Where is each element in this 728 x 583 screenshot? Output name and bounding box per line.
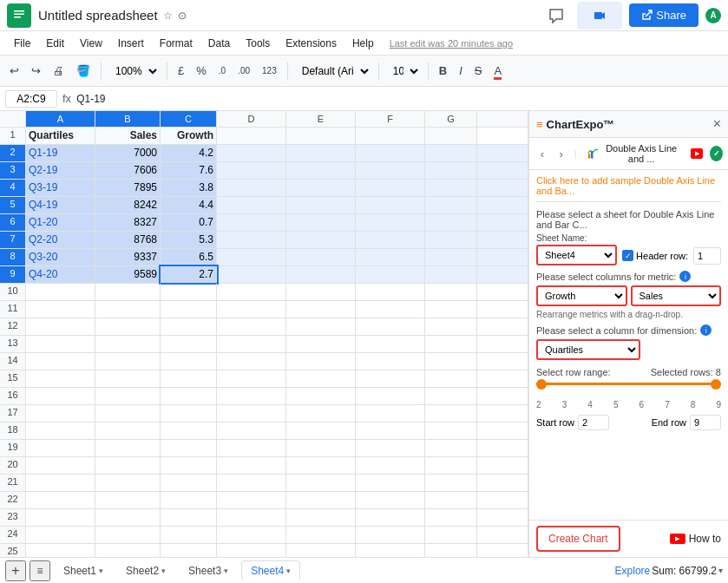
table-row[interactable]: 2Q1-1970004.2 [0, 145, 528, 162]
cell[interactable] [356, 475, 425, 491]
table-row[interactable]: 6Q1-2083270.7 [0, 214, 528, 232]
cell[interactable] [356, 440, 425, 456]
cell[interactable] [26, 405, 95, 422]
chart-type-btn[interactable]: Double Axis Line and ... [582, 141, 687, 166]
cell[interactable]: Q4-19 [26, 197, 95, 213]
cell[interactable] [217, 214, 286, 231]
cell[interactable] [425, 388, 477, 404]
table-row[interactable]: 3Q2-1976067.6 [0, 162, 528, 180]
cell[interactable] [217, 266, 286, 283]
cell[interactable]: Sales [95, 128, 161, 144]
cell[interactable] [425, 214, 477, 231]
menu-insert[interactable]: Insert [111, 35, 151, 52]
table-row[interactable]: 9Q4-2095892.7 [0, 266, 528, 284]
cell[interactable] [161, 509, 217, 526]
cell[interactable] [286, 232, 356, 248]
cell[interactable]: 8327 [95, 214, 161, 231]
format123-btn[interactable]: 123 [258, 63, 281, 78]
cell[interactable]: 2.7 [161, 266, 217, 283]
cell[interactable]: 7606 [95, 162, 161, 179]
cell[interactable] [161, 440, 217, 456]
cell[interactable] [161, 301, 217, 318]
cell[interactable]: 8242 [95, 197, 161, 213]
cell[interactable] [356, 128, 425, 144]
table-row[interactable]: 22 [0, 492, 528, 509]
cell[interactable] [217, 475, 286, 491]
cell[interactable] [286, 336, 356, 352]
cell[interactable] [217, 457, 286, 474]
cell[interactable] [425, 301, 477, 318]
cell[interactable] [161, 475, 217, 491]
add-sheet-btn[interactable]: + [5, 560, 26, 581]
cell[interactable] [95, 423, 161, 439]
table-row[interactable]: 20 [0, 457, 528, 475]
cell[interactable] [356, 370, 425, 387]
cell[interactable] [425, 353, 477, 370]
cell[interactable] [286, 457, 356, 474]
cell[interactable] [286, 266, 356, 283]
cell[interactable]: Q1-19 [26, 145, 95, 161]
cell[interactable]: 7.6 [161, 162, 217, 179]
cell[interactable] [286, 353, 356, 370]
cell[interactable] [217, 284, 286, 300]
cell[interactable] [356, 214, 425, 231]
cell[interactable] [425, 457, 477, 474]
menu-help[interactable]: Help [345, 35, 381, 52]
table-row[interactable]: 17 [0, 405, 528, 423]
yt-icon[interactable] [691, 148, 704, 159]
cell[interactable] [356, 301, 425, 318]
cell[interactable] [356, 388, 425, 404]
cell[interactable]: 7895 [95, 180, 161, 196]
cell[interactable]: Q4-20 [26, 266, 95, 283]
cell[interactable] [286, 405, 356, 422]
cell[interactable] [95, 301, 161, 318]
cell[interactable] [26, 301, 95, 318]
table-row[interactable]: 18 [0, 423, 528, 440]
table-row[interactable]: 8Q3-2093376.5 [0, 249, 528, 266]
cell[interactable] [286, 544, 356, 557]
metric2-select[interactable]: Sales [631, 285, 722, 306]
formula-input[interactable] [76, 93, 723, 105]
cell[interactable] [217, 336, 286, 352]
cell[interactable] [217, 301, 286, 318]
create-chart-btn[interactable]: Create Chart [536, 526, 620, 552]
table-row[interactable]: 15 [0, 370, 528, 388]
cell[interactable] [356, 492, 425, 508]
cell[interactable]: 9337 [95, 249, 161, 265]
cell[interactable]: 8768 [95, 232, 161, 248]
cell[interactable] [95, 492, 161, 508]
table-row[interactable]: 14 [0, 353, 528, 370]
cell[interactable] [217, 232, 286, 248]
cell[interactable] [425, 423, 477, 439]
font-size-select[interactable]: 10 [385, 62, 422, 81]
cell[interactable] [26, 388, 95, 404]
cell[interactable] [356, 353, 425, 370]
cell[interactable] [425, 527, 477, 543]
header-row-input[interactable] [693, 247, 721, 265]
cell[interactable] [425, 509, 477, 526]
cell[interactable] [286, 180, 356, 196]
cell[interactable] [217, 492, 286, 508]
cell[interactable] [425, 162, 477, 179]
cell[interactable] [356, 318, 425, 335]
bold-btn[interactable]: B [435, 62, 451, 80]
cell[interactable] [95, 336, 161, 352]
cell[interactable]: 4.2 [161, 145, 217, 161]
cell[interactable] [95, 457, 161, 474]
cell[interactable] [95, 388, 161, 404]
cell[interactable] [217, 527, 286, 543]
cell[interactable] [356, 266, 425, 283]
cell[interactable] [286, 318, 356, 335]
cell[interactable]: 7000 [95, 145, 161, 161]
table-row[interactable]: 24 [0, 527, 528, 544]
strikethrough-btn[interactable]: S [470, 62, 487, 80]
table-row[interactable]: 23 [0, 509, 528, 527]
cell[interactable] [26, 492, 95, 508]
meet-icon-btn[interactable] [577, 2, 622, 29]
cell[interactable]: Q3-20 [26, 249, 95, 265]
cell[interactable] [26, 527, 95, 543]
cell[interactable] [286, 301, 356, 318]
cell[interactable] [425, 336, 477, 352]
paint-format-btn[interactable]: 🪣 [72, 62, 95, 80]
cell[interactable] [26, 353, 95, 370]
